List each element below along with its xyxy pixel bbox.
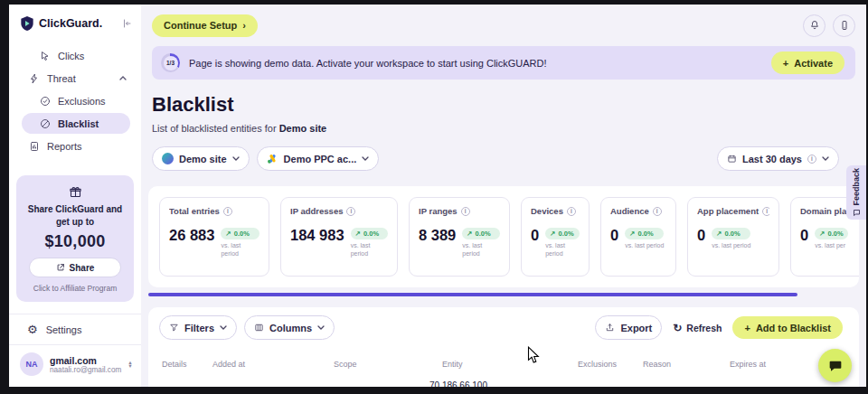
info-icon[interactable]: i: [223, 207, 232, 216]
site-select[interactable]: Demo site: [152, 146, 250, 171]
top-bar: Continue Setup ›: [152, 5, 855, 46]
info-icon[interactable]: i: [762, 207, 769, 216]
site-icon: [162, 153, 174, 164]
vs-period-label: vs. last period: [712, 242, 750, 250]
stat-value: 0: [531, 228, 539, 243]
column-header[interactable]: Entity: [442, 360, 578, 369]
devices-button[interactable]: [833, 14, 855, 37]
date-range-select[interactable]: Last 30 days i: [717, 146, 839, 171]
filters-button[interactable]: Filters: [159, 315, 237, 340]
plus-icon: +: [744, 323, 750, 333]
reports-icon: [29, 141, 40, 152]
table-row[interactable]: 70.186.66.100: [159, 380, 848, 387]
trend-badge: ↗0.0%: [221, 228, 259, 239]
chevron-up-icon[interactable]: [119, 76, 127, 80]
continue-setup-button[interactable]: Continue Setup ›: [152, 14, 258, 37]
page-subtitle: List of blacklisted entities for Demo si…: [152, 123, 855, 134]
export-button[interactable]: Export: [595, 315, 662, 340]
info-icon[interactable]: i: [346, 207, 355, 216]
funnel-icon: [169, 323, 179, 333]
continue-setup-label: Continue Setup: [164, 20, 237, 31]
stat-card-audience: Audiencei 0 ↗0.0% vs. last period: [600, 197, 676, 277]
chevron-down-icon: [232, 156, 240, 161]
trend-up-icon: ↗: [629, 230, 635, 238]
stat-label: Total entries: [169, 206, 220, 216]
info-icon[interactable]: i: [653, 207, 662, 216]
top-icon-group: [803, 14, 855, 37]
setup-progress-ring: 1/3: [161, 53, 180, 72]
export-label: Export: [620, 323, 652, 333]
columns-label: Columns: [269, 323, 312, 333]
sidebar-item-threat[interactable]: Threat: [9, 67, 141, 89]
avatar: NA: [20, 352, 43, 376]
trend-up-icon: ↗: [225, 230, 231, 238]
affiliate-link-text[interactable]: Click to Affiliate Program: [24, 284, 126, 293]
user-email: naatali.ro@gmail.com: [50, 366, 121, 374]
date-range-label: Last 30 days: [742, 154, 802, 164]
trend-badge: ↗0.0%: [545, 228, 580, 239]
sidebar-item-reports[interactable]: Reports: [9, 135, 141, 157]
vs-period-label: vs. last period: [351, 242, 388, 258]
export-icon: [605, 323, 615, 333]
sidebar-item-blacklist[interactable]: Blacklist: [22, 113, 130, 134]
user-menu[interactable]: NA gmail.com naatali.ro@gmail.com ▲▼: [9, 344, 141, 387]
column-header[interactable]: Reason: [643, 360, 730, 369]
sidebar-item-clicks[interactable]: Clicks: [9, 44, 141, 67]
chevron-right-icon: ›: [242, 20, 246, 31]
info-icon: i: [807, 155, 816, 164]
blacklist-table-panel: Filters Columns: [148, 307, 859, 387]
threat-icon: [29, 73, 40, 84]
entity-cell: 70.186.66.100: [429, 380, 578, 387]
chat-widget-button[interactable]: [818, 349, 852, 382]
add-to-blacklist-button[interactable]: + Add to Blacklist: [732, 316, 843, 339]
refresh-button[interactable]: ↻ Refresh: [673, 323, 722, 333]
google-ads-icon: [267, 153, 278, 164]
clickguard-logo-icon: [20, 15, 34, 32]
activate-button[interactable]: + Activate: [771, 52, 844, 74]
sidebar-item-exclusions[interactable]: Exclusions: [9, 89, 141, 112]
column-header[interactable]: Added at: [212, 360, 334, 369]
affiliate-promo-card[interactable]: Share ClickGuard and get up to $10,000 S…: [16, 175, 134, 302]
stat-card-ip-addresses: IP addressesi 184 983 ↗0.0% vs. last per…: [280, 197, 398, 277]
stat-value: 184 983: [290, 228, 344, 243]
stat-label: Domain pla: [800, 206, 846, 216]
columns-button[interactable]: Columns: [244, 315, 335, 340]
promo-amount: $10,000: [24, 232, 126, 251]
sidebar-item-label: Threat: [47, 73, 76, 84]
stat-label: IP addresses: [290, 206, 343, 216]
page-title: Blacklist: [152, 93, 855, 117]
info-icon[interactable]: i: [461, 207, 470, 216]
sidebar-item-settings[interactable]: ⚙ Settings: [9, 314, 141, 344]
stat-value: 8 389: [419, 228, 456, 243]
stat-value: 0: [800, 228, 808, 243]
notifications-button[interactable]: [803, 14, 826, 37]
feedback-tab[interactable]: Feedback: [846, 165, 866, 220]
vs-period-label: vs. last period: [625, 242, 664, 250]
exclusions-icon: [40, 96, 51, 107]
column-header[interactable]: Scope: [334, 360, 442, 369]
stat-card-app-placement: App placementi 0 ↗0.0% vs. last period: [687, 197, 779, 277]
stat-label: Audience: [610, 206, 649, 216]
trend-badge: ↗0.0%: [815, 228, 847, 239]
site-select-label: Demo site: [179, 154, 227, 164]
columns-icon: [254, 323, 264, 333]
column-header[interactable]: Details: [162, 360, 212, 369]
column-header[interactable]: Exclusions: [578, 360, 643, 369]
stat-card-ip-ranges: IP rangesi 8 389 ↗0.0% vs. last period: [409, 197, 510, 277]
collapse-sidebar-icon[interactable]: [121, 18, 132, 29]
trend-up-icon: ↗: [467, 230, 472, 238]
subtitle-prefix: List of blacklisted entities for: [152, 123, 277, 134]
chevron-down-icon: [220, 325, 227, 330]
share-label: Share: [70, 263, 95, 273]
stat-value: 0: [697, 228, 705, 243]
info-icon[interactable]: i: [567, 207, 576, 216]
add-to-blacklist-label: Add to Blacklist: [756, 323, 831, 333]
table-toolbar: Filters Columns: [159, 315, 848, 340]
trend-up-icon: ↗: [819, 230, 825, 238]
trend-badge: ↗0.0%: [351, 228, 388, 239]
sidebar: ClickGuard. Clicks Threat: [9, 5, 141, 387]
share-button[interactable]: Share: [29, 258, 121, 277]
ppc-account-select[interactable]: Demo PPC ac...: [257, 146, 380, 171]
trend-badge: ↗0.0%: [625, 228, 664, 239]
horizontal-scrollbar[interactable]: [148, 293, 797, 296]
